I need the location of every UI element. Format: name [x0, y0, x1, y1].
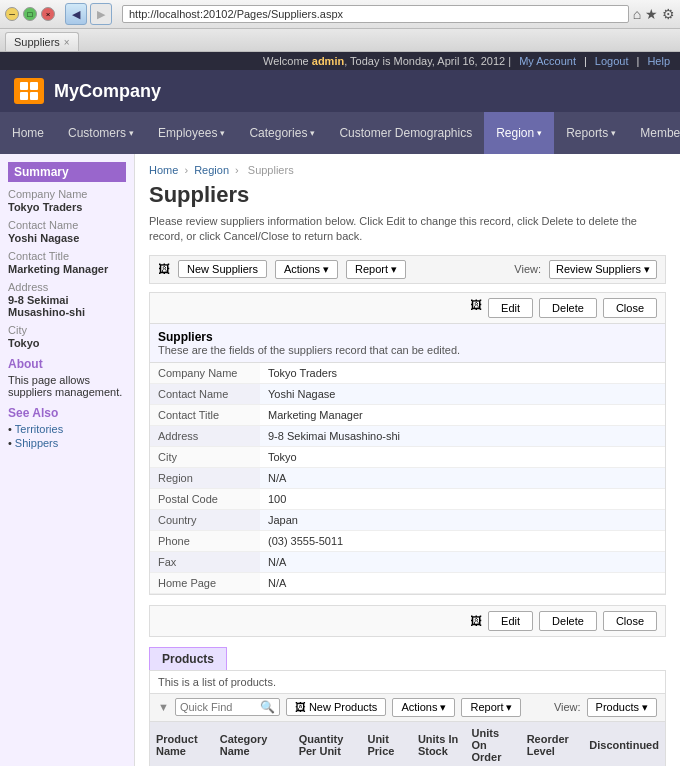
col-in-stock: Units In Stock	[412, 722, 466, 766]
quick-find: 🔍	[175, 698, 280, 716]
field-row-homepage: Home Page N/A	[150, 572, 665, 593]
record-header: Suppliers These are the fields of the su…	[150, 324, 665, 363]
field-label-region: Region	[150, 467, 260, 488]
welcome-text: Welcome admin, Today is Monday, April 16…	[263, 55, 511, 67]
quick-find-input[interactable]	[180, 701, 260, 713]
col-on-order: Units On Order	[466, 722, 521, 766]
field-value-country: Japan	[260, 509, 665, 530]
sidebar-link-shippers[interactable]: • Shippers	[8, 437, 126, 449]
field-value-homepage: N/A	[260, 572, 665, 593]
minimize-btn[interactable]: ─	[5, 7, 19, 21]
close-button-top[interactable]: Close	[603, 298, 657, 318]
actions-button[interactable]: Actions▾	[275, 260, 338, 279]
record-action-bar-bottom: 🖼 Edit Delete Close	[149, 605, 666, 637]
nav-employees[interactable]: Employees▾	[146, 112, 237, 154]
field-value-company: Tokyo Traders	[260, 363, 665, 384]
help-link[interactable]: Help	[647, 55, 670, 67]
field-value-phone: (03) 3555-5011	[260, 530, 665, 551]
field-label-postal: Postal Code	[150, 488, 260, 509]
tab-label: Suppliers	[14, 36, 60, 48]
close-btn[interactable]: ×	[41, 7, 55, 21]
sidebar-title-value: Marketing Manager	[8, 263, 126, 275]
col-unit-price: Unit Price	[361, 722, 411, 766]
sidebar-contact-label: Contact Name	[8, 219, 126, 231]
field-row-phone: Phone (03) 3555-5011	[150, 530, 665, 551]
sidebar-summary-title: Summary	[8, 162, 126, 182]
main-toolbar: 🖼 New Suppliers Actions▾ Report▾ View: R…	[149, 255, 666, 284]
field-value-fax: N/A	[260, 551, 665, 572]
record-icon-bottom: 🖼	[470, 614, 482, 628]
products-tab[interactable]: Products	[149, 647, 227, 670]
logout-link[interactable]: Logout	[595, 55, 629, 67]
sidebar-company-value: Tokyo Traders	[8, 201, 126, 213]
col-discontinued: Discontinued	[583, 722, 665, 766]
new-suppliers-button[interactable]: New Suppliers	[178, 260, 267, 278]
sidebar-about-title: About	[8, 357, 126, 371]
field-row-postal: Postal Code 100	[150, 488, 665, 509]
new-products-button[interactable]: 🖼 New Products	[286, 698, 386, 716]
tab-close-icon[interactable]: ×	[64, 37, 70, 48]
sidebar-address-label: Address	[8, 281, 126, 293]
nav-membership[interactable]: Membership	[628, 112, 680, 154]
toolbar-icon: 🖼	[158, 262, 170, 276]
field-row-title: Contact Title Marketing Manager	[150, 404, 665, 425]
view-selector[interactable]: Review Suppliers▾	[549, 260, 657, 279]
main-layout: Summary Company Name Tokyo Traders Conta…	[0, 154, 680, 766]
page-title: Suppliers	[149, 182, 666, 208]
page-description: Please review suppliers information belo…	[149, 214, 666, 245]
sidebar-title-label: Contact Title	[8, 250, 126, 262]
col-reorder: Reorder Level	[521, 722, 584, 766]
app-name: MyCompany	[54, 81, 161, 102]
products-report-button[interactable]: Report▾	[461, 698, 521, 717]
browser-titlebar: ─ □ × ◀ ▶ http://localhost:20102/Pages/S…	[0, 0, 680, 29]
col-product-name: Product Name	[150, 722, 214, 766]
my-account-link[interactable]: My Account	[519, 55, 576, 67]
browser-tab[interactable]: Suppliers ×	[5, 32, 79, 51]
nav-customers[interactable]: Customers▾	[56, 112, 146, 154]
breadcrumb: Home › Region › Suppliers	[149, 164, 666, 176]
tab-bar: Suppliers ×	[0, 29, 680, 52]
products-actions-button[interactable]: Actions▾	[392, 698, 455, 717]
nav-home[interactable]: Home	[0, 112, 56, 154]
content-area: Home › Region › Suppliers Suppliers Plea…	[135, 154, 680, 766]
report-button[interactable]: Report▾	[346, 260, 406, 279]
nav-bar: Home Customers▾ Employees▾ Categories▾ C…	[0, 112, 680, 154]
nav-customer-demographics[interactable]: Customer Demographics	[327, 112, 484, 154]
nav-categories[interactable]: Categories▾	[237, 112, 327, 154]
field-value-region: N/A	[260, 467, 665, 488]
edit-button-bottom[interactable]: Edit	[488, 611, 533, 631]
nav-reports[interactable]: Reports▾	[554, 112, 628, 154]
record-title: Suppliers	[158, 330, 657, 344]
breadcrumb-current: Suppliers	[248, 164, 294, 176]
breadcrumb-region[interactable]: Region	[194, 164, 229, 176]
field-label-fax: Fax	[150, 551, 260, 572]
nav-region[interactable]: Region▾	[484, 112, 554, 154]
field-value-city: Tokyo	[260, 446, 665, 467]
maximize-btn[interactable]: □	[23, 7, 37, 21]
forward-button[interactable]: ▶	[90, 3, 112, 25]
top-bar: Welcome admin, Today is Monday, April 16…	[0, 52, 680, 70]
products-view-selector[interactable]: Products▾	[587, 698, 657, 717]
field-value-address: 9-8 Sekimai Musashino-shi	[260, 425, 665, 446]
edit-button-top[interactable]: Edit	[488, 298, 533, 318]
field-row-company: Company Name Tokyo Traders	[150, 363, 665, 384]
breadcrumb-home[interactable]: Home	[149, 164, 178, 176]
field-value-title: Marketing Manager	[260, 404, 665, 425]
close-button-bottom[interactable]: Close	[603, 611, 657, 631]
col-qty-per-unit: Quantity Per Unit	[293, 722, 362, 766]
field-row-address: Address 9-8 Sekimai Musashino-shi	[150, 425, 665, 446]
address-bar[interactable]: http://localhost:20102/Pages/Suppliers.a…	[122, 5, 629, 23]
products-description: This is a list of products.	[150, 671, 665, 694]
delete-button-top[interactable]: Delete	[539, 298, 597, 318]
record-action-bar-top: 🖼 Edit Delete Close	[149, 292, 666, 323]
record-subtitle: These are the fields of the suppliers re…	[158, 344, 657, 356]
field-row-region: Region N/A	[150, 467, 665, 488]
back-button[interactable]: ◀	[65, 3, 87, 25]
sidebar-link-territories[interactable]: • Territories	[8, 423, 126, 435]
record-icon-top: 🖼	[470, 298, 482, 318]
field-row-contact: Contact Name Yoshi Nagase	[150, 383, 665, 404]
field-value-contact: Yoshi Nagase	[260, 383, 665, 404]
delete-button-bottom[interactable]: Delete	[539, 611, 597, 631]
sidebar-city-label: City	[8, 324, 126, 336]
field-label-company: Company Name	[150, 363, 260, 384]
